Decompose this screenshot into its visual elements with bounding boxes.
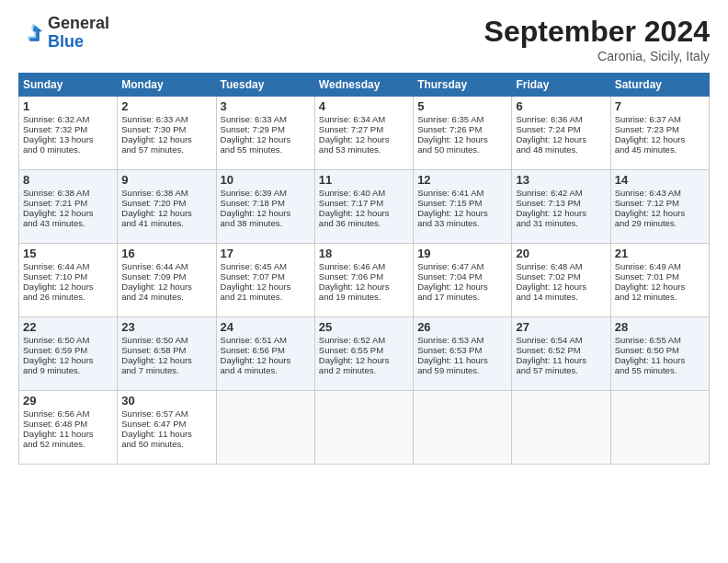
day-info-line: Sunset: 6:47 PM xyxy=(121,419,211,429)
calendar-cell: 1Sunrise: 6:32 AMSunset: 7:32 PMDaylight… xyxy=(19,97,118,170)
calendar-cell xyxy=(610,391,709,465)
day-info-line: Daylight: 12 hours xyxy=(516,208,606,218)
day-info-line: Sunrise: 6:36 AM xyxy=(516,114,606,124)
calendar-cell xyxy=(216,391,314,465)
day-info-line: Sunset: 6:52 PM xyxy=(516,345,606,355)
day-number: 2 xyxy=(121,99,211,113)
day-info-line: Sunset: 6:55 PM xyxy=(319,345,409,355)
day-info-line: Daylight: 11 hours xyxy=(516,355,606,365)
day-info-line: and 31 minutes. xyxy=(516,218,606,228)
day-info-line: and 19 minutes. xyxy=(319,292,409,302)
day-info-line: Sunrise: 6:45 AM xyxy=(221,261,311,271)
location: Caronia, Sicily, Italy xyxy=(484,49,710,63)
col-monday: Monday xyxy=(118,74,216,97)
calendar-cell: 20Sunrise: 6:48 AMSunset: 7:02 PMDayligh… xyxy=(512,244,610,317)
day-info-line: Daylight: 12 hours xyxy=(319,134,409,144)
day-info-line: Daylight: 12 hours xyxy=(221,282,311,292)
day-number: 18 xyxy=(319,247,409,260)
day-info-line: Sunset: 6:59 PM xyxy=(23,345,113,355)
day-info-line: Sunset: 7:32 PM xyxy=(23,124,113,134)
day-number: 15 xyxy=(23,247,113,260)
calendar-cell: 2Sunrise: 6:33 AMSunset: 7:30 PMDaylight… xyxy=(118,97,216,170)
calendar-cell: 19Sunrise: 6:47 AMSunset: 7:04 PMDayligh… xyxy=(414,244,512,317)
day-info-line: Sunrise: 6:53 AM xyxy=(417,335,507,345)
logo-wordmark: General Blue xyxy=(48,15,109,52)
day-number: 4 xyxy=(319,99,409,113)
day-info-line: Daylight: 12 hours xyxy=(615,282,705,292)
week-row-5: 29Sunrise: 6:56 AMSunset: 6:48 PMDayligh… xyxy=(19,391,710,465)
day-info-line: Sunrise: 6:52 AM xyxy=(319,335,409,345)
day-info-line: Sunrise: 6:38 AM xyxy=(121,188,211,198)
logo-general: General xyxy=(48,14,109,32)
day-info-line: Sunset: 7:01 PM xyxy=(615,271,705,282)
day-info-line: Daylight: 12 hours xyxy=(516,134,606,144)
day-info-line: and 43 minutes. xyxy=(23,218,113,228)
day-info-line: and 9 minutes. xyxy=(23,365,113,375)
month-title: September 2024 xyxy=(484,15,710,49)
calendar-cell: 8Sunrise: 6:38 AMSunset: 7:21 PMDaylight… xyxy=(19,170,118,244)
day-info-line: Daylight: 11 hours xyxy=(417,355,507,365)
day-info-line: Sunrise: 6:33 AM xyxy=(121,114,211,124)
day-number: 11 xyxy=(319,173,409,187)
day-info-line: and 55 minutes. xyxy=(615,365,705,375)
calendar-cell: 23Sunrise: 6:50 AMSunset: 6:58 PMDayligh… xyxy=(118,317,216,391)
day-info-line: Sunrise: 6:34 AM xyxy=(319,114,409,124)
day-info-line: Sunset: 6:56 PM xyxy=(221,345,311,355)
day-info-line: Sunrise: 6:57 AM xyxy=(121,408,211,419)
header: General Blue September 2024 Caronia, Sic… xyxy=(18,15,710,63)
header-row: Sunday Monday Tuesday Wednesday Thursday… xyxy=(19,74,710,97)
day-info-line: Sunrise: 6:35 AM xyxy=(417,114,507,124)
day-info-line: and 50 minutes. xyxy=(121,439,211,449)
calendar-cell: 16Sunrise: 6:44 AMSunset: 7:09 PMDayligh… xyxy=(118,244,216,317)
calendar-cell: 13Sunrise: 6:42 AMSunset: 7:13 PMDayligh… xyxy=(512,170,610,244)
day-number: 14 xyxy=(615,173,705,187)
day-info-line: Sunset: 7:04 PM xyxy=(417,271,507,282)
day-info-line: and 41 minutes. xyxy=(121,218,211,228)
day-info-line: Sunrise: 6:49 AM xyxy=(615,261,705,271)
calendar-cell: 18Sunrise: 6:46 AMSunset: 7:06 PMDayligh… xyxy=(314,244,413,317)
day-number: 5 xyxy=(417,99,507,113)
day-info-line: and 45 minutes. xyxy=(615,144,705,155)
calendar-cell: 3Sunrise: 6:33 AMSunset: 7:29 PMDaylight… xyxy=(216,97,314,170)
day-info-line: Daylight: 12 hours xyxy=(417,282,507,292)
logo-blue: Blue xyxy=(48,32,84,51)
day-info-line: Sunset: 7:30 PM xyxy=(121,124,211,134)
day-info-line: Sunset: 6:50 PM xyxy=(615,345,705,355)
day-number: 23 xyxy=(121,320,211,334)
calendar-cell: 6Sunrise: 6:36 AMSunset: 7:24 PMDaylight… xyxy=(512,97,610,170)
day-info-line: Daylight: 12 hours xyxy=(121,282,211,292)
day-number: 8 xyxy=(23,173,113,187)
calendar-cell: 30Sunrise: 6:57 AMSunset: 6:47 PMDayligh… xyxy=(118,391,216,465)
day-info-line: Daylight: 12 hours xyxy=(221,355,311,365)
calendar-cell: 29Sunrise: 6:56 AMSunset: 6:48 PMDayligh… xyxy=(19,391,118,465)
calendar-cell: 10Sunrise: 6:39 AMSunset: 7:18 PMDayligh… xyxy=(216,170,314,244)
day-info-line: Sunrise: 6:44 AM xyxy=(121,261,211,271)
col-friday: Friday xyxy=(512,74,610,97)
day-info-line: Sunset: 7:27 PM xyxy=(319,124,409,134)
day-number: 21 xyxy=(615,247,705,260)
calendar-cell: 24Sunrise: 6:51 AMSunset: 6:56 PMDayligh… xyxy=(216,317,314,391)
day-number: 19 xyxy=(417,247,507,260)
week-row-2: 8Sunrise: 6:38 AMSunset: 7:21 PMDaylight… xyxy=(19,170,710,244)
col-wednesday: Wednesday xyxy=(314,74,413,97)
day-info-line: Sunrise: 6:33 AM xyxy=(221,114,311,124)
day-info-line: Daylight: 12 hours xyxy=(615,208,705,218)
calendar-cell: 14Sunrise: 6:43 AMSunset: 7:12 PMDayligh… xyxy=(610,170,709,244)
day-number: 25 xyxy=(319,320,409,334)
day-info-line: and 57 minutes. xyxy=(516,365,606,375)
calendar-table: Sunday Monday Tuesday Wednesday Thursday… xyxy=(18,73,710,465)
day-info-line: Daylight: 12 hours xyxy=(516,282,606,292)
day-number: 10 xyxy=(221,173,311,187)
day-info-line: Sunrise: 6:56 AM xyxy=(23,408,113,419)
day-info-line: Sunset: 7:02 PM xyxy=(516,271,606,282)
page: General Blue September 2024 Caronia, Sic… xyxy=(0,0,728,474)
day-info-line: Sunset: 7:15 PM xyxy=(417,198,507,208)
calendar-cell: 25Sunrise: 6:52 AMSunset: 6:55 PMDayligh… xyxy=(314,317,413,391)
day-info-line: Daylight: 12 hours xyxy=(319,208,409,218)
day-info-line: and 50 minutes. xyxy=(417,144,507,155)
day-number: 30 xyxy=(121,394,211,408)
day-info-line: Sunrise: 6:46 AM xyxy=(319,261,409,271)
day-info-line: Sunset: 6:58 PM xyxy=(121,345,211,355)
calendar-cell: 9Sunrise: 6:38 AMSunset: 7:20 PMDaylight… xyxy=(118,170,216,244)
day-info-line: Sunrise: 6:43 AM xyxy=(615,188,705,198)
